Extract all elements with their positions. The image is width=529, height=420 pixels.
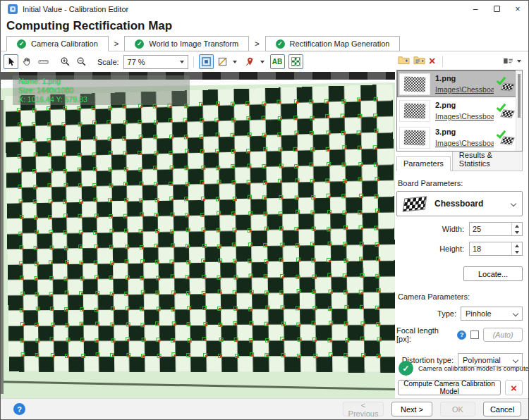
corner-marker xyxy=(186,149,190,154)
scrollbar-thumb[interactable] xyxy=(518,74,521,118)
pointer-tool-button[interactable] xyxy=(4,54,18,69)
spin-down-icon[interactable] xyxy=(512,249,522,255)
close-button[interactable]: × xyxy=(507,1,528,17)
corner-marker xyxy=(18,231,23,235)
focal-length-checkbox[interactable] xyxy=(470,331,479,339)
locate-button[interactable]: Locate... xyxy=(463,266,523,281)
compute-calibration-button[interactable]: Compute Camera Calibration Model xyxy=(398,380,501,395)
step-camera-calibration[interactable]: ✓ Camera Calibration xyxy=(6,36,109,51)
help-icon[interactable]: ? xyxy=(457,331,466,340)
corner-marker xyxy=(263,243,267,247)
corner-marker xyxy=(65,354,69,358)
focal-length-field[interactable]: (Auto) xyxy=(483,328,523,342)
board-type-select[interactable]: Chessboard xyxy=(396,191,523,216)
help-icon[interactable]: ? xyxy=(13,403,25,415)
chevron-down-icon[interactable] xyxy=(517,60,521,63)
corner-marker xyxy=(281,322,286,326)
ok-button[interactable]: OK xyxy=(440,402,475,416)
corner-marker xyxy=(262,164,267,168)
corner-marker xyxy=(199,101,203,106)
corner-marker xyxy=(63,230,67,234)
add-images-button[interactable] xyxy=(398,55,410,68)
corner-marker xyxy=(141,354,145,358)
width-stepper[interactable]: 25 xyxy=(469,222,523,236)
corner-marker xyxy=(375,226,379,230)
cancel-button[interactable]: Cancel xyxy=(483,402,521,416)
file-path-link[interactable]: Images\Chessboard_Cali... xyxy=(435,112,494,121)
calibration-ok-icon xyxy=(495,102,513,119)
chevron-down-icon[interactable] xyxy=(260,61,264,63)
file-list-item[interactable]: 2.png Images\Chessboard_Cali... xyxy=(397,97,522,124)
delete-model-button[interactable]: × xyxy=(505,380,523,395)
corner-marker xyxy=(63,169,67,173)
file-path-link[interactable]: Images\Chessboard_Cali... xyxy=(435,139,494,147)
corner-marker xyxy=(246,116,250,121)
zoom-out-button[interactable] xyxy=(74,54,89,69)
camera-type-select[interactable]: Pinhole xyxy=(461,307,523,321)
marker-tool-button[interactable] xyxy=(243,54,257,69)
chevron-down-icon[interactable] xyxy=(233,61,237,63)
corner-marker xyxy=(265,338,269,342)
view-mode-button[interactable] xyxy=(503,55,513,68)
file-name: 2.png xyxy=(435,101,494,109)
corner-marker xyxy=(156,276,160,280)
corner-marker xyxy=(360,273,364,278)
file-list-scrollbar[interactable] xyxy=(516,70,522,151)
next-button[interactable]: Next > xyxy=(391,402,432,416)
minimize-button[interactable]: – xyxy=(465,1,486,17)
board-edge-line xyxy=(1,381,395,390)
chessboard-icon xyxy=(291,57,300,66)
zoom-in-button[interactable] xyxy=(58,54,73,69)
spin-down-icon[interactable] xyxy=(512,229,522,235)
scale-select[interactable]: 77 % xyxy=(123,55,188,69)
region-tool-button[interactable] xyxy=(215,54,230,69)
corner-marker xyxy=(183,118,188,123)
corner-marker xyxy=(345,305,349,309)
step-label: Camera Calibration xyxy=(31,39,98,48)
chessboard-overlay-toggle-button[interactable] xyxy=(288,54,303,69)
height-stepper[interactable]: 18 xyxy=(469,242,523,256)
corner-marker xyxy=(309,99,313,104)
corner-marker xyxy=(246,180,250,185)
corner-marker xyxy=(231,180,236,185)
measure-tool-button[interactable] xyxy=(36,54,51,69)
add-directory-button[interactable] xyxy=(413,55,425,68)
corner-marker xyxy=(376,289,380,293)
corner-marker xyxy=(279,164,284,168)
tab-parameters[interactable]: Parameters xyxy=(396,156,451,171)
corner-marker xyxy=(126,307,130,311)
pan-tool-button[interactable] xyxy=(20,54,35,69)
corner-marker xyxy=(233,307,238,311)
spin-up-icon[interactable] xyxy=(512,223,522,229)
step-world-to-image[interactable]: ✓ World to Image Transform xyxy=(124,36,249,51)
corner-marker xyxy=(171,291,176,295)
file-path-link[interactable]: Images\Chessboard_Cali... xyxy=(435,85,494,94)
corner-marker xyxy=(18,138,23,142)
corner-marker xyxy=(294,164,298,168)
corner-marker xyxy=(63,183,68,187)
file-list-item[interactable]: 1.png Images\Chessboard_Cali... xyxy=(397,70,522,97)
corner-marker xyxy=(16,108,20,112)
step-label: World to Image Transform xyxy=(149,39,238,48)
previous-button[interactable]: < Previous xyxy=(343,402,384,416)
corner-marker xyxy=(62,153,66,157)
file-list-item[interactable]: 3.png Images\Chessboard_Cali... xyxy=(397,124,522,151)
chevron-down-icon xyxy=(513,311,518,316)
remove-image-button[interactable]: × xyxy=(429,56,435,66)
corner-marker xyxy=(32,138,37,142)
corner-marker xyxy=(343,242,347,246)
step-done-icon: ✓ xyxy=(276,39,285,49)
corner-marker xyxy=(341,162,346,166)
corner-marker xyxy=(49,230,53,234)
corner-marker xyxy=(140,245,144,249)
corner-marker xyxy=(140,290,145,295)
step-rectification-map[interactable]: ✓ Rectification Map Generation xyxy=(265,36,401,51)
spin-up-icon[interactable] xyxy=(512,242,522,249)
corner-marker xyxy=(250,290,254,295)
maximize-button[interactable] xyxy=(486,1,507,17)
image-viewer[interactable]: Name: 1.png Size: 1440x1080 X: 1016.44 Y… xyxy=(1,72,395,398)
labels-toggle-button[interactable]: AB xyxy=(270,54,285,69)
corner-marker xyxy=(18,168,23,173)
fit-to-window-button[interactable] xyxy=(199,54,214,69)
corner-marker xyxy=(65,291,69,295)
